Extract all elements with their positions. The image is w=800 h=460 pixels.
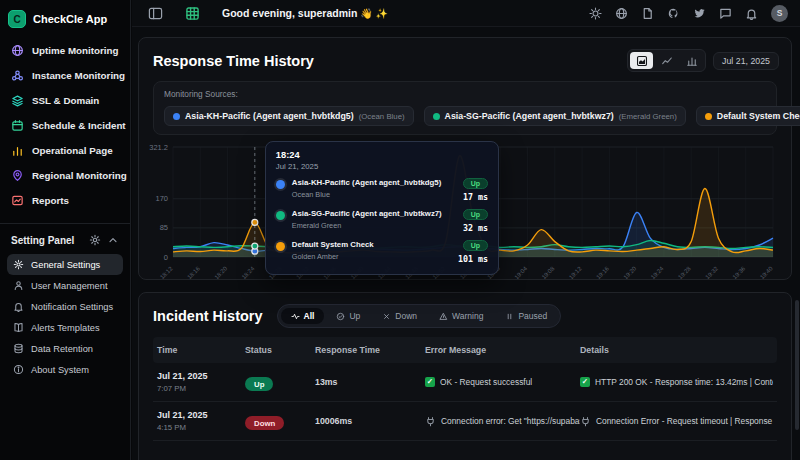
status-badge: Up xyxy=(245,377,273,391)
svg-text:18:20: 18:20 xyxy=(213,265,228,279)
sidebar-item-data-retention[interactable]: Data Retention xyxy=(7,338,123,359)
sidebar-toggle-button[interactable] xyxy=(148,6,163,21)
sidebar-divider xyxy=(0,223,130,224)
incident-table: Time Status Response Time Error Message … xyxy=(153,337,777,441)
chart-type-toggle xyxy=(627,49,706,72)
svg-text:170: 170 xyxy=(155,194,168,203)
sidebar-item-regional-monitoring[interactable]: Regional Monitoring xyxy=(7,163,123,188)
scrollbar-thumb[interactable] xyxy=(795,300,799,430)
app-logo-mark: C xyxy=(8,10,26,28)
svg-text:19:40: 19:40 xyxy=(759,265,774,279)
github-icon[interactable] xyxy=(667,7,680,20)
main-area: Good evening, superadmin 👋 ✨ S Response … xyxy=(132,0,800,460)
check-icon: ✓ xyxy=(425,377,435,387)
sidebar-item-general-settings[interactable]: General Settings xyxy=(7,254,123,275)
check-circle-icon xyxy=(336,312,345,321)
filter-warning-button[interactable]: Warning xyxy=(429,308,493,324)
cluster-icon xyxy=(11,69,24,82)
svg-text:19:00: 19:00 xyxy=(486,265,501,279)
response-time-chart[interactable]: 18:1218:1618:2018:2418:2818:3218:3618:40… xyxy=(143,139,781,279)
user-icon xyxy=(13,280,24,291)
line-chart-toggle-button[interactable] xyxy=(655,52,678,69)
top-bar: Good evening, superadmin 👋 ✨ S xyxy=(132,0,800,27)
date-filter-button[interactable]: Jul 21, 2025 xyxy=(713,52,779,70)
layers-icon xyxy=(11,94,24,107)
svg-text:321.2: 321.2 xyxy=(149,143,168,152)
table-row: Jul 21, 2025 4:15 PM Down 10006ms Connec… xyxy=(153,402,777,441)
sidebar-item-operational-page[interactable]: Operational Page xyxy=(7,138,123,163)
area-chart-toggle-button[interactable] xyxy=(630,52,653,69)
calendar-icon xyxy=(11,119,24,132)
svg-text:18:56: 18:56 xyxy=(459,265,474,279)
incident-history-title: Incident History xyxy=(153,308,263,324)
source-pill-asia-sg-pacific[interactable]: Asia-SG-Pacific (Agent agent_hvbtkwz7) (… xyxy=(424,106,686,126)
svg-text:18:16: 18:16 xyxy=(186,265,201,279)
database-icon xyxy=(13,343,24,354)
sidebar-item-alerts-templates[interactable]: Alerts Templates xyxy=(7,317,123,338)
user-avatar[interactable]: S xyxy=(771,5,788,22)
check-icon: ✓ xyxy=(580,377,590,387)
sidebar-item-user-management[interactable]: User Management xyxy=(7,275,123,296)
sidebar-item-about-system[interactable]: About System xyxy=(7,359,123,380)
svg-text:18:12: 18:12 xyxy=(159,265,174,279)
bar-chart-toggle-button[interactable] xyxy=(680,52,703,69)
source-pill-default-system-check[interactable]: Default System Check (Golden Amber) xyxy=(696,106,800,126)
incident-history-card: Incident History All Up Down xyxy=(138,292,792,460)
chat-icon[interactable] xyxy=(719,7,732,20)
column-header-status: Status xyxy=(245,345,315,355)
svg-text:18:24: 18:24 xyxy=(241,265,256,279)
line-chart-icon xyxy=(661,55,673,67)
sidebar-item-ssl-domain[interactable]: SSL & Domain xyxy=(7,88,123,113)
sidebar-item-uptime-monitoring[interactable]: Uptime Monitoring xyxy=(7,38,123,63)
source-pill-asia-kh-pacific[interactable]: Asia-KH-Pacific (Agent agent_hvbtkdg5) (… xyxy=(164,106,414,126)
sidebar: C CheckCle App Uptime Monitoring Instanc… xyxy=(0,0,131,460)
bar-chart-icon xyxy=(11,144,24,157)
series-dot xyxy=(705,113,712,120)
filter-paused-button[interactable]: Paused xyxy=(495,308,557,324)
sidebar-item-reports[interactable]: Reports xyxy=(7,188,123,213)
sidebar-item-notification-settings[interactable]: Notification Settings xyxy=(7,296,123,317)
svg-text:19:24: 19:24 xyxy=(650,265,665,279)
connection-error-icon xyxy=(580,416,591,427)
app-logo[interactable]: C CheckCle App xyxy=(7,8,123,38)
svg-text:18:40: 18:40 xyxy=(350,265,365,279)
twitter-icon[interactable] xyxy=(693,7,706,20)
status-badge: Down xyxy=(245,416,284,430)
filter-up-button[interactable]: Up xyxy=(326,308,370,324)
svg-text:18:44: 18:44 xyxy=(377,265,392,279)
column-header-time: Time xyxy=(157,345,245,355)
svg-text:19:16: 19:16 xyxy=(595,265,610,279)
svg-text:19:28: 19:28 xyxy=(677,265,692,279)
greeting-text: Good evening, superadmin 👋 ✨ xyxy=(222,7,388,19)
filter-all-button[interactable]: All xyxy=(281,308,325,324)
svg-text:18:32: 18:32 xyxy=(295,265,310,279)
chevron-up-icon xyxy=(107,234,119,246)
theme-sun-icon[interactable] xyxy=(589,7,602,20)
svg-text:19:20: 19:20 xyxy=(622,265,637,279)
warning-icon xyxy=(439,312,448,321)
svg-text:18:52: 18:52 xyxy=(432,265,447,279)
dashboard-grid-button[interactable] xyxy=(185,6,200,21)
connection-error-icon xyxy=(425,416,436,427)
map-pin-icon xyxy=(11,169,24,182)
column-header-response-time: Response Time xyxy=(315,345,425,355)
column-header-error-message: Error Message xyxy=(425,345,580,355)
chart-area[interactable]: 18:1218:1618:2018:2418:2818:3218:3618:40… xyxy=(143,139,781,279)
sidebar-item-instance-monitoring[interactable]: Instance Monitoring xyxy=(7,63,123,88)
sidebar-item-schedule-incident[interactable]: Schedule & Incident xyxy=(7,113,123,138)
incident-filter-bar: All Up Down Warning xyxy=(277,304,562,328)
x-icon xyxy=(382,312,391,321)
response-time-history-card: Response Time History Jul 21, 2025 Monit… xyxy=(138,37,792,280)
svg-text:18:28: 18:28 xyxy=(268,265,283,279)
language-globe-icon[interactable] xyxy=(615,7,628,20)
docs-file-icon[interactable] xyxy=(641,7,654,20)
settings-panel-header[interactable]: Setting Panel xyxy=(7,232,123,254)
svg-text:0: 0 xyxy=(164,253,168,262)
series-dot xyxy=(173,113,180,120)
gear-icon xyxy=(89,234,101,246)
bell-icon[interactable] xyxy=(745,7,758,20)
app-title: CheckCle App xyxy=(33,13,107,25)
svg-text:85: 85 xyxy=(160,223,168,232)
filter-down-button[interactable]: Down xyxy=(372,308,427,324)
area-chart-icon xyxy=(636,55,648,67)
